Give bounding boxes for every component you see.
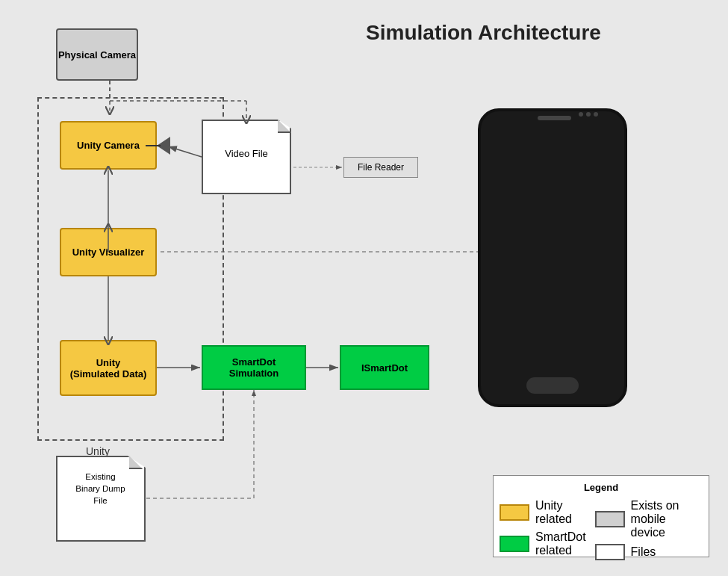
legend-unity-label: Unity related <box>535 499 586 526</box>
phone-dot-2 <box>586 112 591 117</box>
legend-row-mobile: Exists on mobile device <box>595 499 703 539</box>
unity-visualizer-label: Unity Visualizer <box>72 247 145 258</box>
phone-home-button <box>526 377 579 394</box>
phone-speaker <box>538 116 571 120</box>
page-title: Simulation Architecture <box>254 21 713 45</box>
legend-files-color <box>595 544 625 560</box>
smartdot-sim-label: SmartDotSimulation <box>229 356 279 379</box>
physical-camera-label: Physical Camera <box>58 49 136 61</box>
phone-dot-3 <box>594 112 598 117</box>
unity-camera-box: Unity Camera <box>60 121 157 170</box>
phone-body: MobileApplication <box>478 108 627 407</box>
legend-mobile-label: Exists on mobile device <box>631 499 703 539</box>
legend-row-smartdot: SmartDot related <box>500 530 586 557</box>
binary-dump-label: ExistingBinary DumpFile <box>61 471 140 507</box>
legend-mobile-color <box>595 511 625 527</box>
unity-simdata-box: Unity(Simulated Data) <box>60 340 157 396</box>
legend-row-unity: Unity related <box>500 499 586 526</box>
legend-row-files: Files <box>595 544 703 560</box>
video-file-label: Video File <box>213 148 280 159</box>
unity-camera-icon <box>157 137 170 155</box>
legend-box: Legend Unity related SmartDot related Ex… <box>493 475 709 557</box>
legend-unity-color <box>500 504 529 521</box>
unity-camera-label: Unity Camera <box>77 140 140 151</box>
smartdot-sim-box: SmartDotSimulation <box>202 345 306 390</box>
phone-dots <box>579 112 598 117</box>
physical-camera-box: Physical Camera <box>56 28 138 81</box>
file-reader-box: File Reader <box>343 157 418 178</box>
unity-label: Unity <box>86 445 110 457</box>
legend-smartdot-label: SmartDot related <box>535 530 586 557</box>
legend-title: Legend <box>500 482 703 493</box>
legend-files-label: Files <box>631 545 656 559</box>
legend-smartdot-color <box>500 536 529 552</box>
phone-dot-1 <box>579 112 583 117</box>
unity-simdata-label: Unity(Simulated Data) <box>70 357 147 380</box>
diagram-area: Simulation Architecture Physical Camera … <box>0 0 728 576</box>
ismartdot-box: ISmartDot <box>340 345 429 390</box>
unity-visualizer-box: Unity Visualizer <box>60 228 157 276</box>
